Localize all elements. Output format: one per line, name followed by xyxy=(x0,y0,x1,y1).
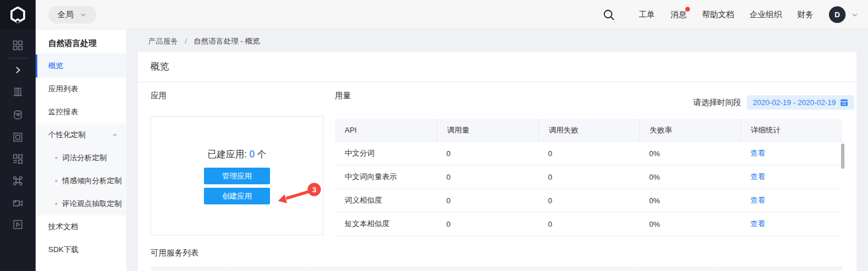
chevron-down-icon xyxy=(79,11,87,19)
sub-item-label: 情感倾向分析定制 xyxy=(62,169,122,192)
nav-messages-label: 消息 xyxy=(670,10,686,19)
scope-selector[interactable]: 全局 xyxy=(48,6,97,24)
sidebar-item-app-list[interactable]: 应用列表 xyxy=(36,78,126,100)
cell-calls: 0 xyxy=(437,165,538,188)
sidebar-item-sdk-download[interactable]: SDK下载 xyxy=(36,238,126,261)
manage-app-button[interactable]: 管理应用 xyxy=(204,168,270,184)
cell-failure-rate: 0% xyxy=(639,165,740,188)
view-link[interactable]: 查看 xyxy=(750,219,765,229)
table-row: 词义相似度 0 0 0% 查看 xyxy=(335,189,842,212)
play-square-icon[interactable] xyxy=(13,219,23,230)
cell-failure-rate: 0% xyxy=(639,142,740,165)
cell-failures: 0 xyxy=(538,142,639,165)
console-page: 全局 工单 消息 帮助文档 企业组织 财务 D xyxy=(0,0,868,271)
command-icon[interactable] xyxy=(13,176,23,186)
sidebar-item-tech-docs[interactable]: 技术文档 xyxy=(36,215,126,238)
chevron-right-icon[interactable] xyxy=(13,65,23,75)
sidebar-item-overview[interactable]: 概览 xyxy=(36,55,126,78)
view-link[interactable]: 查看 xyxy=(750,148,765,158)
page-title: 概览 xyxy=(138,52,857,82)
cell-calls: 0 xyxy=(437,212,538,235)
usage-table: API 调用量 调用失败 失败率 详细统计 中文分词 0 0 0% 查看 中文词… xyxy=(335,119,842,236)
sidebar-item-monitor-report[interactable]: 监控报表 xyxy=(36,100,126,123)
breadcrumb-current: 自然语言处理 - 概览 xyxy=(194,37,260,45)
view-link[interactable]: 查看 xyxy=(750,172,765,182)
grid-alt-icon[interactable] xyxy=(13,154,23,164)
products-grid-icon[interactable] xyxy=(13,40,23,51)
building-icon[interactable] xyxy=(13,87,23,97)
chevron-up-icon xyxy=(111,131,118,138)
col-calls: 调用量 xyxy=(437,119,538,141)
sidebar-title: 自然语言处理 xyxy=(36,29,126,55)
col-failures: 调用失败 xyxy=(538,119,639,141)
search-icon[interactable] xyxy=(603,9,615,21)
cell-failures: 0 xyxy=(538,189,639,212)
created-apps-line: 已建应用: 0 个 xyxy=(151,149,323,161)
icon-rail xyxy=(0,29,36,271)
apps-panel: 已建应用: 0 个 管理应用 创建应用 xyxy=(151,116,323,235)
created-apps-label: 已建应用: xyxy=(207,149,246,159)
sidebar-item-sentiment-custom[interactable]: 情感倾向分析定制 xyxy=(36,169,126,192)
nav-help-docs[interactable]: 帮助文档 xyxy=(702,10,734,20)
bullet-icon xyxy=(55,203,57,205)
cell-api: 短文本相似度 xyxy=(335,212,437,235)
cell-api: 中文分词 xyxy=(335,142,437,165)
cloud-logo-icon xyxy=(9,6,27,24)
cell-api: 词义相似度 xyxy=(335,189,437,212)
date-picker-row: 请选择时间段 2020-02-19 - 2020-02-19 xyxy=(693,95,854,110)
bullet-icon xyxy=(55,180,57,182)
usage-table-header: API 调用量 调用失败 失败率 详细统计 xyxy=(335,119,842,142)
nav-tickets[interactable]: 工单 xyxy=(639,10,655,20)
sidebar-group-customization: 个性化定制 词法分析定制 情感倾向分析定制 评论观点抽取定制 xyxy=(36,123,126,215)
avatar[interactable]: D xyxy=(829,6,846,23)
database-sync-icon[interactable] xyxy=(13,110,23,120)
created-apps-count: 0 xyxy=(249,149,254,159)
services-section-title: 可用服务列表 xyxy=(151,248,199,258)
created-apps-unit: 个 xyxy=(257,149,267,159)
sidebar-item-lexical-custom[interactable]: 词法分析定制 xyxy=(36,146,126,169)
create-app-button[interactable]: 创建应用 xyxy=(204,188,270,204)
cell-failure-rate: 0% xyxy=(639,189,740,212)
cell-failure-rate: 0% xyxy=(639,212,740,235)
brand-logo[interactable] xyxy=(0,0,36,29)
unread-badge xyxy=(685,7,690,11)
rail-divider xyxy=(8,58,28,59)
nav-finance[interactable]: 财务 xyxy=(797,10,813,20)
main-card: 概览 应用 已建应用: 0 个 管理应用 创建应用 用量 请选择时间段 2020… xyxy=(138,52,857,271)
sub-item-label: 词法分析定制 xyxy=(62,146,107,169)
apps-section-title: 应用 xyxy=(151,91,167,101)
sidebar-item-comment-extract-custom[interactable]: 评论观点抽取定制 xyxy=(36,192,126,215)
date-range-picker[interactable]: 2020-02-19 - 2020-02-19 xyxy=(747,95,854,110)
table-row: 中文词向量表示 0 0 0% 查看 xyxy=(335,165,842,189)
cell-failures: 0 xyxy=(538,212,639,235)
services-table-peek xyxy=(151,267,842,271)
nav-messages[interactable]: 消息 xyxy=(670,10,686,20)
cell-failures: 0 xyxy=(538,165,639,188)
cell-api: 中文词向量表示 xyxy=(335,165,437,188)
bullet-icon xyxy=(55,157,57,159)
table-row: 短文本相似度 0 0 0% 查看 xyxy=(335,212,842,236)
col-api: API xyxy=(335,119,437,141)
cell-calls: 0 xyxy=(437,189,538,212)
breadcrumb-products[interactable]: 产品服务 xyxy=(148,37,178,45)
scope-label: 全局 xyxy=(57,10,74,20)
frame-icon[interactable] xyxy=(13,132,23,142)
sidebar-group-header[interactable]: 个性化定制 xyxy=(36,123,126,146)
camera-icon[interactable] xyxy=(13,198,23,208)
calendar-icon xyxy=(840,98,848,107)
table-scrollbar[interactable] xyxy=(841,144,844,169)
avatar-chevron-down-icon[interactable] xyxy=(851,11,859,19)
sidebar-group-label: 个性化定制 xyxy=(48,123,86,146)
col-failure-rate: 失败率 xyxy=(639,119,740,141)
col-detail-stats: 详细统计 xyxy=(740,119,842,141)
breadcrumb: 产品服务 / 自然语言处理 - 概览 xyxy=(148,29,260,52)
date-range-value: 2020-02-19 - 2020-02-19 xyxy=(753,98,836,107)
usage-section-title: 用量 xyxy=(335,91,351,101)
sidebar: 自然语言处理 概览 应用列表 监控报表 个性化定制 词法分析定制 情感倾向分析定… xyxy=(36,29,126,271)
view-link[interactable]: 查看 xyxy=(750,195,765,206)
nav-enterprise-org[interactable]: 企业组织 xyxy=(750,10,782,20)
table-row: 中文分词 0 0 0% 查看 xyxy=(335,142,842,165)
top-nav: 工单 消息 帮助文档 企业组织 财务 D xyxy=(603,0,859,29)
sub-item-label: 评论观点抽取定制 xyxy=(62,192,122,215)
breadcrumb-separator: / xyxy=(185,37,187,45)
